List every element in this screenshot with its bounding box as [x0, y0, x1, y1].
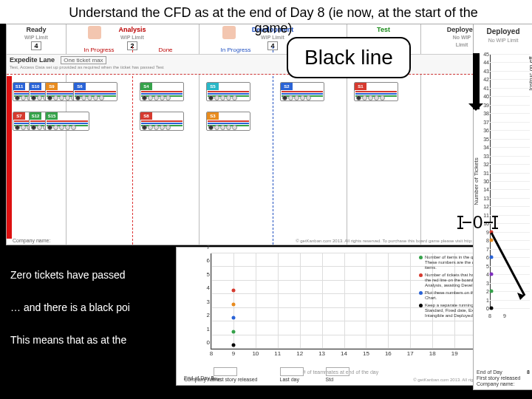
card: S5 — [206, 82, 250, 101]
card: S3 — [206, 112, 250, 131]
board-company: Company name: — [13, 238, 50, 243]
body-line-3: This means that as at the — [10, 334, 126, 346]
cfd-chart: Deployed No WIP Limit Number of Tickets … — [473, 24, 532, 390]
arrow-to-board — [473, 53, 480, 109]
board-copyright: © getKanban.com 2013. All rights reserve… — [296, 239, 500, 243]
card: S15 — [45, 112, 89, 131]
cfd-footer: End of Day8 First story released Company… — [477, 369, 530, 386]
cfd-title: Deployed — [474, 27, 532, 35]
body-line-2: … and there is a black poi — [10, 301, 130, 313]
stat-chart: 0123456789101112131415161718192021 Numbe… — [176, 247, 505, 386]
bracket-zero: 0 — [458, 212, 497, 233]
cfd-x-8: 8 — [488, 313, 491, 318]
card: S1 — [354, 82, 398, 101]
kanban-board: ReadyWIP Limit4 AnalysisWIP Limit2 In Pr… — [6, 24, 507, 245]
card: S2 — [280, 82, 324, 101]
expedite-lane: Expedite Lane One ticket max Test, Acces… — [7, 54, 503, 75]
body-line-1: Zero tickets have passed — [10, 269, 126, 281]
col-ready-name: Ready — [26, 26, 46, 33]
stat-company: Company name: — [184, 377, 222, 382]
card: S4 — [140, 82, 184, 101]
arrow-diag-to-cfd — [488, 229, 532, 303]
card: S8 — [140, 112, 184, 131]
cfd-sub: No WIP Limit — [474, 38, 532, 43]
stat-footer-labels: First story releasedLast dayStd — [214, 367, 349, 382]
card: S6 — [73, 82, 117, 101]
callout-blackline: Black line — [287, 37, 411, 78]
slide-title: Understand the CFD as at the end of Day … — [66, 5, 480, 36]
cfd-x-9: 9 — [503, 313, 506, 318]
